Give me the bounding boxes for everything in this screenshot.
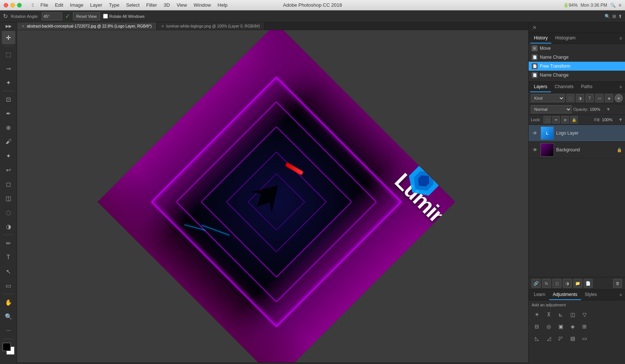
history-brush-tool[interactable]: ↩ — [2, 163, 15, 177]
menu-type[interactable]: Type — [106, 1, 122, 9]
eyedropper-tool[interactable]: ✒ — [2, 107, 15, 120]
marquee-tool[interactable]: ⬚ — [2, 48, 15, 61]
lasso-tool[interactable]: ⊸ — [2, 62, 15, 75]
gradient-tool[interactable]: ◫ — [2, 191, 15, 205]
menu-window[interactable]: Window — [191, 1, 214, 9]
minimize-button[interactable] — [10, 3, 15, 7]
commit-icon[interactable]: ✓ — [65, 13, 70, 20]
wand-tool[interactable]: ✦ — [2, 76, 15, 89]
history-item-move[interactable]: ⊞ Move — [529, 44, 625, 53]
layer-visibility-logo[interactable]: 👁 — [532, 130, 538, 136]
layer-visibility-bg[interactable]: 👁 — [532, 146, 538, 153]
type-tool[interactable]: T — [2, 251, 15, 264]
posterize-btn[interactable]: ◿ — [544, 333, 554, 344]
menu-help[interactable]: Help — [215, 1, 231, 9]
stamp-tool[interactable]: ✦ — [2, 149, 15, 162]
adjustments-panel-menu[interactable]: ≡ — [618, 291, 624, 299]
tab-paths[interactable]: Paths — [577, 82, 596, 92]
menu-filter[interactable]: Filter — [143, 1, 160, 9]
invert-btn[interactable]: ◺ — [532, 333, 542, 344]
tab-histogram[interactable]: Histogram — [551, 33, 579, 44]
color-picker[interactable] — [2, 342, 15, 355]
menu-3d[interactable]: 3D — [161, 1, 173, 9]
history-item-freetransform[interactable]: 📄 Free Transform — [529, 62, 625, 71]
fill-value[interactable]: 100% — [602, 117, 617, 122]
levels-btn[interactable]: ⊼ — [544, 309, 554, 320]
rotate-all-checkbox[interactable]: Rotate All Windows — [103, 14, 145, 19]
adj-filter-btn[interactable]: ◑ — [576, 94, 584, 102]
foreground-color-box[interactable] — [3, 343, 11, 351]
lock-all-btn[interactable]: 🔒 — [570, 116, 578, 123]
lock-position-btn[interactable]: ✒ — [552, 116, 560, 123]
doc-tab-2[interactable]: ✕ luminar-white-biglogo.png @ 100% (Laye… — [157, 22, 265, 30]
search-icon-toolbar[interactable]: 🔍 — [605, 14, 610, 19]
menu-edit[interactable]: Edit — [52, 1, 66, 9]
control-center-icon[interactable]: ≡ — [619, 3, 621, 8]
opacity-arrow[interactable]: ▼ — [606, 107, 610, 112]
exposure-btn[interactable]: ◫ — [567, 309, 578, 320]
kind-filter-select[interactable]: Kind — [531, 94, 565, 102]
history-item-namechange2[interactable]: 📄 Name Change — [529, 71, 625, 80]
search-icon[interactable]: 🔍 — [610, 3, 616, 8]
panel-close-icon[interactable]: ✕ — [530, 23, 539, 32]
menu-select[interactable]: Select — [123, 1, 142, 9]
add-mask-btn[interactable]: ◻ — [552, 279, 561, 288]
add-style-btn[interactable]: fx — [542, 279, 551, 288]
maximize-button[interactable] — [17, 3, 22, 7]
gradient-map-btn[interactable]: ▤ — [567, 333, 578, 344]
photo-filter-btn[interactable]: ◈ — [567, 321, 578, 332]
brush-tool[interactable]: 🖌 — [2, 135, 15, 148]
tab-learn[interactable]: Learn — [530, 290, 549, 300]
tab-history[interactable]: History — [530, 33, 551, 44]
menu-file[interactable]: File — [38, 1, 51, 9]
tab-channels[interactable]: Channels — [551, 82, 577, 92]
reset-view-button[interactable]: Reset View — [73, 12, 100, 20]
hand-tool[interactable]: ✋ — [2, 296, 15, 309]
doc-tab-1[interactable]: ✕ abstract-backlit-conceptual-1722072.jp… — [17, 22, 157, 30]
black-white-btn[interactable]: ▣ — [555, 321, 566, 332]
layers-panel-menu[interactable]: ≡ — [618, 83, 624, 91]
zoom-tool[interactable]: 🔍 — [2, 310, 15, 323]
lock-pixels-btn[interactable]: ⬚ — [544, 116, 551, 123]
blend-mode-select[interactable]: Normal — [531, 105, 572, 113]
fill-arrow[interactable]: ▼ — [618, 117, 623, 122]
filter-toggle-btn[interactable]: ● — [615, 94, 623, 102]
more-tool[interactable]: ··· — [2, 324, 15, 337]
menu-image[interactable]: Image — [67, 1, 86, 9]
text-filter-btn[interactable]: T — [586, 94, 594, 102]
shape-filter-btn[interactable]: ▭ — [595, 94, 603, 102]
layer-item-background[interactable]: 👁 Background 🔒 — [529, 142, 625, 158]
curves-btn[interactable]: ⊾ — [555, 309, 566, 320]
eraser-tool[interactable]: ◻ — [2, 177, 15, 191]
dodge-tool[interactable]: ◑ — [2, 220, 15, 233]
menu-layer[interactable]: Layer — [87, 1, 105, 9]
share-icon[interactable]: ⬆ — [618, 14, 622, 19]
tab-styles[interactable]: Styles — [581, 290, 601, 300]
brightness-contrast-btn[interactable]: ☀ — [532, 309, 542, 320]
workspace-icon[interactable]: ⊞ — [612, 14, 616, 19]
tab-layers[interactable]: Layers — [530, 82, 551, 92]
channel-mixer-btn[interactable]: ⊞ — [579, 321, 590, 332]
crop-tool[interactable]: ⊡ — [2, 93, 15, 106]
add-adjustment-btn[interactable]: ◑ — [563, 279, 572, 288]
delete-layer-btn[interactable]: 🗑 — [613, 279, 622, 288]
add-group-btn[interactable]: 📁 — [573, 279, 582, 288]
hue-saturation-btn[interactable]: ⊟ — [532, 321, 542, 332]
smart-filter-btn[interactable]: ◈ — [605, 94, 613, 102]
path-select-tool[interactable]: ↖ — [2, 265, 15, 278]
rotate-all-checkbox-input[interactable] — [103, 14, 108, 19]
rotation-angle-input[interactable] — [42, 12, 62, 20]
lock-artboards-btn[interactable]: ⊕ — [561, 116, 569, 123]
pixel-filter-btn[interactable]: ⬚ — [566, 94, 574, 102]
menu-apple[interactable]:  — [29, 1, 37, 9]
more-tools-icon[interactable]: ▶▶ — [6, 24, 12, 29]
add-layer-btn[interactable]: 📄 — [584, 279, 593, 288]
canvas-scrollbar[interactable]: ◀ ▶ — [17, 363, 528, 364]
pen-tool[interactable]: ✏ — [2, 236, 15, 250]
history-item-namechange1[interactable]: 📄 Name Change — [529, 53, 625, 62]
threshold-btn[interactable]: ◸ — [555, 333, 566, 344]
shape-tool[interactable]: ▭ — [2, 279, 15, 292]
spot-heal-tool[interactable]: ⊕ — [2, 121, 15, 134]
move-tool[interactable]: ✛ — [2, 31, 15, 44]
doc-tab-close-2[interactable]: ✕ — [161, 24, 164, 28]
